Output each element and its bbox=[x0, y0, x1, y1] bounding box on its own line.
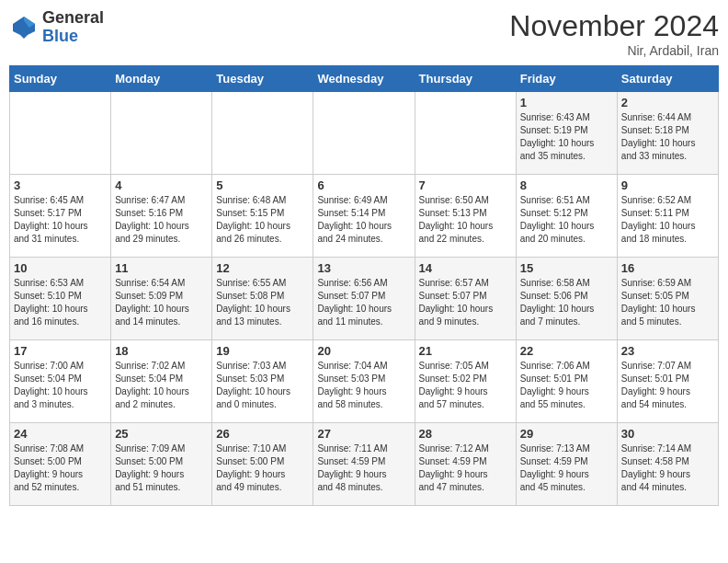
day-info: Sunrise: 6:49 AM Sunset: 5:14 PM Dayligh… bbox=[317, 194, 410, 246]
day-number: 19 bbox=[216, 344, 309, 358]
day-number: 23 bbox=[621, 344, 714, 358]
calendar-cell: 1Sunrise: 6:43 AM Sunset: 5:19 PM Daylig… bbox=[516, 92, 617, 175]
calendar-cell bbox=[111, 92, 212, 175]
calendar-cell: 14Sunrise: 6:57 AM Sunset: 5:07 PM Dayli… bbox=[415, 258, 516, 340]
day-info: Sunrise: 7:14 AM Sunset: 4:58 PM Dayligh… bbox=[621, 442, 714, 494]
day-number: 17 bbox=[14, 344, 107, 358]
day-header-sunday: Sunday bbox=[10, 66, 111, 92]
day-info: Sunrise: 6:47 AM Sunset: 5:16 PM Dayligh… bbox=[115, 194, 208, 246]
calendar-cell: 7Sunrise: 6:50 AM Sunset: 5:13 PM Daylig… bbox=[415, 175, 516, 258]
day-number: 7 bbox=[419, 178, 512, 192]
calendar-cell: 5Sunrise: 6:48 AM Sunset: 5:15 PM Daylig… bbox=[212, 175, 313, 258]
calendar-cell: 30Sunrise: 7:14 AM Sunset: 4:58 PM Dayli… bbox=[617, 423, 718, 506]
day-number: 30 bbox=[621, 427, 714, 441]
day-number: 10 bbox=[14, 261, 107, 275]
day-info: Sunrise: 7:02 AM Sunset: 5:04 PM Dayligh… bbox=[115, 360, 208, 411]
day-number: 16 bbox=[621, 261, 714, 275]
day-number: 2 bbox=[621, 96, 714, 109]
calendar-cell: 3Sunrise: 6:45 AM Sunset: 5:17 PM Daylig… bbox=[10, 175, 111, 258]
day-number: 14 bbox=[419, 261, 512, 275]
day-header-wednesday: Wednesday bbox=[313, 66, 415, 92]
day-header-monday: Monday bbox=[111, 66, 212, 92]
calendar-cell: 8Sunrise: 6:51 AM Sunset: 5:12 PM Daylig… bbox=[516, 175, 617, 258]
day-info: Sunrise: 6:50 AM Sunset: 5:13 PM Dayligh… bbox=[419, 194, 512, 246]
calendar-cell bbox=[313, 92, 415, 175]
day-info: Sunrise: 6:48 AM Sunset: 5:15 PM Dayligh… bbox=[216, 194, 309, 246]
day-info: Sunrise: 7:00 AM Sunset: 5:04 PM Dayligh… bbox=[14, 360, 107, 411]
calendar-cell: 4Sunrise: 6:47 AM Sunset: 5:16 PM Daylig… bbox=[111, 175, 212, 258]
header-row: SundayMondayTuesdayWednesdayThursdayFrid… bbox=[10, 66, 719, 92]
day-number: 20 bbox=[317, 344, 410, 358]
header: General Blue November 2024 Nir, Ardabil,… bbox=[9, 9, 719, 58]
day-number: 22 bbox=[520, 344, 613, 358]
month-title: November 2024 bbox=[509, 9, 719, 43]
day-info: Sunrise: 7:06 AM Sunset: 5:01 PM Dayligh… bbox=[520, 360, 613, 411]
day-number: 28 bbox=[419, 427, 512, 441]
day-info: Sunrise: 6:43 AM Sunset: 5:19 PM Dayligh… bbox=[520, 111, 613, 163]
calendar-cell: 9Sunrise: 6:52 AM Sunset: 5:11 PM Daylig… bbox=[617, 175, 718, 258]
day-info: Sunrise: 6:54 AM Sunset: 5:09 PM Dayligh… bbox=[115, 277, 208, 328]
calendar-cell: 26Sunrise: 7:10 AM Sunset: 5:00 PM Dayli… bbox=[212, 423, 313, 506]
day-number: 26 bbox=[216, 427, 309, 441]
day-info: Sunrise: 7:10 AM Sunset: 5:00 PM Dayligh… bbox=[216, 442, 309, 494]
calendar-cell: 29Sunrise: 7:13 AM Sunset: 4:59 PM Dayli… bbox=[516, 423, 617, 506]
calendar-cell: 2Sunrise: 6:44 AM Sunset: 5:18 PM Daylig… bbox=[617, 92, 718, 175]
day-number: 6 bbox=[317, 178, 410, 192]
day-info: Sunrise: 6:53 AM Sunset: 5:10 PM Dayligh… bbox=[14, 277, 107, 328]
day-info: Sunrise: 6:55 AM Sunset: 5:08 PM Dayligh… bbox=[216, 277, 309, 328]
calendar-cell bbox=[10, 92, 111, 175]
day-info: Sunrise: 6:56 AM Sunset: 5:07 PM Dayligh… bbox=[317, 277, 410, 328]
calendar-cell: 25Sunrise: 7:09 AM Sunset: 5:00 PM Dayli… bbox=[111, 423, 212, 506]
logo-blue-text: Blue bbox=[42, 27, 78, 45]
day-number: 8 bbox=[520, 178, 613, 192]
calendar-cell bbox=[415, 92, 516, 175]
week-row-1: 1Sunrise: 6:43 AM Sunset: 5:19 PM Daylig… bbox=[10, 92, 719, 175]
logo-general-text: General bbox=[42, 8, 104, 27]
day-number: 4 bbox=[115, 178, 208, 192]
day-info: Sunrise: 6:51 AM Sunset: 5:12 PM Dayligh… bbox=[520, 194, 613, 246]
day-header-thursday: Thursday bbox=[415, 66, 516, 92]
day-info: Sunrise: 6:45 AM Sunset: 5:17 PM Dayligh… bbox=[14, 194, 107, 246]
day-info: Sunrise: 6:52 AM Sunset: 5:11 PM Dayligh… bbox=[621, 194, 714, 246]
day-header-saturday: Saturday bbox=[617, 66, 718, 92]
day-header-friday: Friday bbox=[516, 66, 617, 92]
calendar-cell: 13Sunrise: 6:56 AM Sunset: 5:07 PM Dayli… bbox=[313, 258, 415, 340]
calendar-cell: 18Sunrise: 7:02 AM Sunset: 5:04 PM Dayli… bbox=[111, 340, 212, 423]
day-info: Sunrise: 7:13 AM Sunset: 4:59 PM Dayligh… bbox=[520, 442, 613, 494]
subtitle: Nir, Ardabil, Iran bbox=[509, 43, 719, 58]
week-row-4: 17Sunrise: 7:00 AM Sunset: 5:04 PM Dayli… bbox=[10, 340, 719, 423]
calendar-table: SundayMondayTuesdayWednesdayThursdayFrid… bbox=[9, 65, 719, 506]
calendar-cell: 21Sunrise: 7:05 AM Sunset: 5:02 PM Dayli… bbox=[415, 340, 516, 423]
logo-icon bbox=[9, 13, 39, 42]
day-info: Sunrise: 6:57 AM Sunset: 5:07 PM Dayligh… bbox=[419, 277, 512, 328]
calendar-cell: 10Sunrise: 6:53 AM Sunset: 5:10 PM Dayli… bbox=[10, 258, 111, 340]
week-row-5: 24Sunrise: 7:08 AM Sunset: 5:00 PM Dayli… bbox=[10, 423, 719, 506]
day-info: Sunrise: 7:05 AM Sunset: 5:02 PM Dayligh… bbox=[419, 360, 512, 411]
calendar-cell: 11Sunrise: 6:54 AM Sunset: 5:09 PM Dayli… bbox=[111, 258, 212, 340]
day-info: Sunrise: 7:08 AM Sunset: 5:00 PM Dayligh… bbox=[14, 442, 107, 494]
week-row-2: 3Sunrise: 6:45 AM Sunset: 5:17 PM Daylig… bbox=[10, 175, 719, 258]
day-number: 18 bbox=[115, 344, 208, 358]
calendar-cell: 12Sunrise: 6:55 AM Sunset: 5:08 PM Dayli… bbox=[212, 258, 313, 340]
day-number: 5 bbox=[216, 178, 309, 192]
day-number: 1 bbox=[520, 96, 613, 109]
day-info: Sunrise: 7:11 AM Sunset: 4:59 PM Dayligh… bbox=[317, 442, 410, 494]
day-info: Sunrise: 7:12 AM Sunset: 4:59 PM Dayligh… bbox=[419, 442, 512, 494]
day-info: Sunrise: 7:04 AM Sunset: 5:03 PM Dayligh… bbox=[317, 360, 410, 411]
day-header-tuesday: Tuesday bbox=[212, 66, 313, 92]
day-info: Sunrise: 7:09 AM Sunset: 5:00 PM Dayligh… bbox=[115, 442, 208, 494]
calendar-cell: 19Sunrise: 7:03 AM Sunset: 5:03 PM Dayli… bbox=[212, 340, 313, 423]
day-number: 3 bbox=[14, 178, 107, 192]
day-number: 29 bbox=[520, 427, 613, 441]
day-number: 11 bbox=[115, 261, 208, 275]
calendar-cell: 20Sunrise: 7:04 AM Sunset: 5:03 PM Dayli… bbox=[313, 340, 415, 423]
day-number: 24 bbox=[14, 427, 107, 441]
day-number: 9 bbox=[621, 178, 714, 192]
day-number: 25 bbox=[115, 427, 208, 441]
day-number: 12 bbox=[216, 261, 309, 275]
calendar-cell: 6Sunrise: 6:49 AM Sunset: 5:14 PM Daylig… bbox=[313, 175, 415, 258]
day-number: 21 bbox=[419, 344, 512, 358]
calendar-cell: 28Sunrise: 7:12 AM Sunset: 4:59 PM Dayli… bbox=[415, 423, 516, 506]
title-area: November 2024 Nir, Ardabil, Iran bbox=[509, 9, 719, 58]
calendar-cell: 27Sunrise: 7:11 AM Sunset: 4:59 PM Dayli… bbox=[313, 423, 415, 506]
